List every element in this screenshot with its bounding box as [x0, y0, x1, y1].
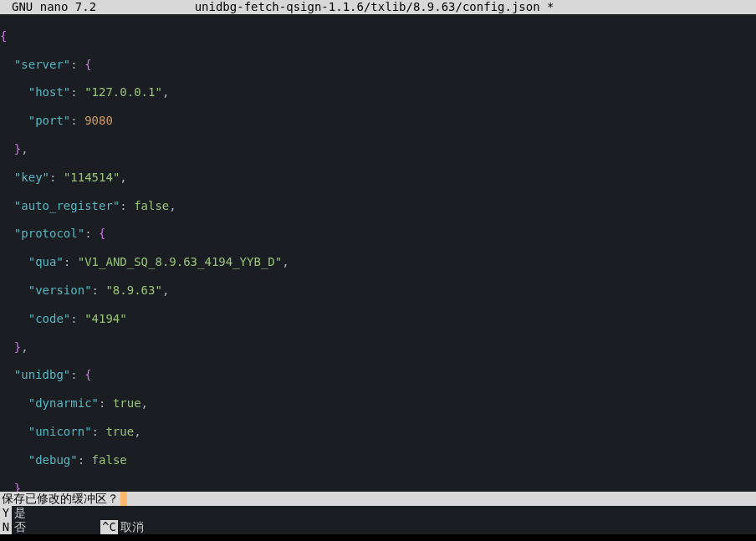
val-port: 9080	[84, 114, 113, 127]
save-prompt: 保存已修改的缓冲区？	[0, 492, 756, 506]
key-code: "code"	[28, 312, 71, 325]
key-qua: "qua"	[28, 255, 64, 268]
shortcut-cancel-key: ^C	[100, 520, 118, 534]
shortcut-yes-key: Y	[0, 506, 12, 520]
shortcut-cancel[interactable]: ^C 取消	[100, 520, 147, 534]
cursor-icon	[120, 492, 127, 506]
val-key: "114514"	[64, 171, 120, 184]
shortcut-row-1: Y 是	[0, 506, 756, 520]
key-dynarmic: "dynarmic"	[28, 396, 99, 410]
shortcut-yes-label: 是	[12, 506, 29, 520]
shortcut-no[interactable]: N 否	[0, 520, 29, 534]
val-unicorn: true	[105, 425, 134, 438]
val-dynarmic: true	[113, 396, 141, 410]
shortcut-yes[interactable]: Y 是	[0, 506, 29, 520]
shortcut-cancel-label: 取消	[118, 520, 147, 534]
key-protocol: "protocol"	[14, 227, 84, 240]
shortcut-row-2: N 否 ^C 取消	[0, 520, 756, 534]
key-version: "version"	[28, 283, 92, 297]
key-unicorn: "unicorn"	[28, 425, 92, 438]
prompt-text: 保存已修改的缓冲区？	[0, 492, 120, 506]
key-server: "server"	[14, 58, 70, 71]
val-auto-register: false	[134, 199, 169, 212]
shortcut-no-key: N	[0, 520, 12, 534]
val-debug: false	[92, 453, 127, 467]
editor-content[interactable]: { "server": { "host": "127.0.0.1", "port…	[0, 14, 756, 538]
val-host: "127.0.0.1"	[84, 85, 162, 99]
titlebar: GNU nano 7.2 unidbg-fetch-qsign-1.1.6/tx…	[0, 0, 756, 14]
val-code: "4194"	[84, 312, 127, 325]
key-debug: "debug"	[28, 453, 78, 467]
footer: 保存已修改的缓冲区？ Y 是 N 否 ^C 取消	[0, 492, 756, 541]
val-version: "8.9.63"	[105, 283, 161, 297]
shortcut-no-label: 否	[12, 520, 29, 534]
key-unidbg: "unidbg"	[14, 368, 70, 381]
key-host: "host"	[28, 85, 71, 99]
key-port: "port"	[28, 114, 71, 127]
key-key: "key"	[14, 171, 49, 184]
filename: unidbg-fetch-qsign-1.1.6/txlib/8.9.63/co…	[96, 0, 652, 14]
key-auto-register: "auto_register"	[14, 199, 120, 212]
app-name: GNU nano 7.2	[3, 0, 96, 14]
val-qua: "V1_AND_SQ_8.9.63_4194_YYB_D"	[78, 255, 282, 268]
